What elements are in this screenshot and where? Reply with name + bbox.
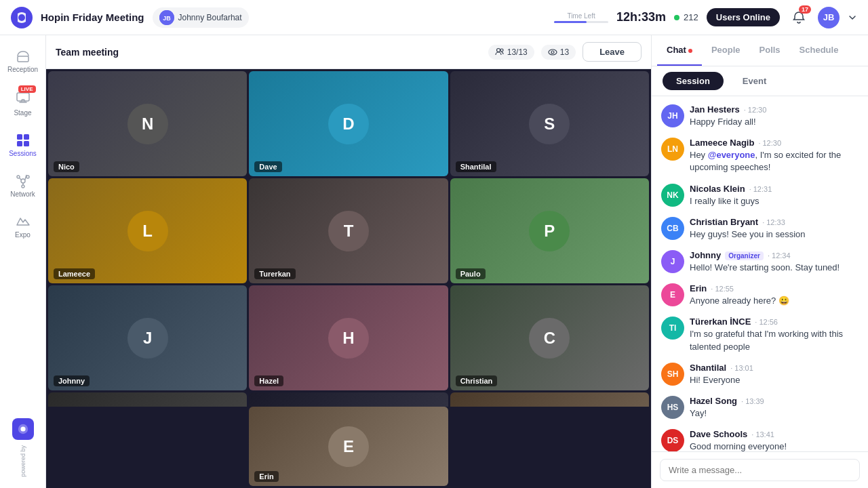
- msg-avatar-9: HS: [661, 396, 684, 419]
- chat-message-5: J JohnnyOrganizer· 12:34 Hello! We're st…: [661, 250, 859, 274]
- chat-message-1: JH Jan Hesters· 12:30 Happy Friday all!: [661, 104, 859, 128]
- sessions-icon: [16, 133, 31, 148]
- msg-avatar-2: LN: [661, 138, 684, 161]
- participant-label-johnny: Johnny: [54, 375, 90, 386]
- msg-content-4: Christian Bryant· 12:33 Hey guys! See yo…: [690, 217, 859, 241]
- viewers-count: 13: [560, 47, 569, 57]
- time-label: Time Left: [567, 12, 595, 20]
- users-online-button[interactable]: Users Online: [707, 8, 780, 26]
- participant-label-dave: Dave: [254, 161, 281, 172]
- user-avatar: JB: [818, 7, 840, 28]
- chat-input-area: [652, 451, 868, 488]
- participant-label-paulo: Paulo: [456, 268, 486, 279]
- reception-label: Reception: [7, 66, 38, 73]
- participant-label-lameece: Lameece: [54, 268, 95, 279]
- topbar: Hopin Friday Meeting JB Johnny Boufarhat…: [0, 0, 868, 35]
- leave-button[interactable]: Leave: [583, 42, 642, 62]
- video-area: Team meeting 13/13 13 Leave N Nico D Dav…: [46, 35, 651, 488]
- svg-rect-8: [17, 141, 22, 146]
- participants-badge: 13/13: [488, 45, 534, 60]
- tab-chat[interactable]: Chat: [657, 35, 702, 66]
- participant-label-hazel: Hazel: [254, 375, 283, 386]
- participant-label-turerkan: Turerkan: [254, 268, 295, 279]
- msg-content-1: Jan Hesters· 12:30 Happy Friday all!: [690, 104, 859, 128]
- svg-point-15: [20, 427, 25, 432]
- video-cell-shantilal: S Shantilal: [450, 71, 649, 176]
- msg-avatar-5: J: [661, 250, 684, 273]
- svg-point-16: [496, 48, 500, 52]
- participant-label-erin: Erin: [254, 471, 278, 482]
- main-content: Reception LIVE Stage Sessions Network Ex…: [0, 35, 868, 488]
- chat-message-7: TI Türerkan İNCE· 12:56 I'm so grateful …: [661, 317, 859, 352]
- tab-polls[interactable]: Polls: [750, 35, 790, 66]
- chevron-down-icon[interactable]: [848, 13, 857, 22]
- tab-event[interactable]: Event: [729, 72, 780, 90]
- svg-point-1: [18, 14, 25, 21]
- svg-point-17: [500, 49, 503, 52]
- msg-content-8: Shantilal· 13:01 Hi! Everyone: [690, 363, 859, 386]
- sidebar-item-network[interactable]: Network: [3, 167, 43, 205]
- msg-content-9: Hazel Song· 13:39 Yay!: [690, 396, 859, 420]
- host-name: Johnny Boufarhat: [178, 13, 242, 22]
- online-section: 212: [674, 12, 698, 22]
- stage-label: Stage: [14, 109, 31, 117]
- chat-message-2: LN Lameece Nagib· 12:30 Hey @everyone, I…: [661, 138, 859, 174]
- network-icon: [16, 174, 31, 188]
- chat-input[interactable]: [660, 459, 860, 481]
- hopin-logo-icon: [11, 7, 33, 28]
- sidebar-item-expo[interactable]: Expo: [3, 207, 43, 245]
- session-event-tabs: Session Event: [652, 66, 868, 96]
- msg-avatar-10: DS: [661, 429, 684, 451]
- video-cell-mathieu: M Mathieu: [48, 392, 247, 407]
- chat-messages: JH Jan Hesters· 12:30 Happy Friday all! …: [652, 96, 868, 451]
- participant-label-christian: Christian: [456, 375, 498, 386]
- sidebar-item-stage[interactable]: LIVE Stage: [3, 83, 43, 123]
- svg-rect-9: [24, 141, 29, 146]
- svg-point-11: [17, 176, 20, 178]
- team-meeting-label: Team meeting: [56, 47, 481, 58]
- msg-content-6: Erin· 12:55 Anyone already here? 😀: [690, 283, 859, 307]
- user-count: 212: [684, 12, 698, 22]
- live-badge: LIVE: [18, 85, 36, 93]
- meeting-title: Hopin Friday Meeting: [41, 12, 144, 23]
- chat-dot: [688, 49, 692, 53]
- svg-point-13: [22, 185, 24, 188]
- reception-icon: [16, 49, 31, 64]
- video-cell-turerkan: T Turerkan: [249, 178, 448, 283]
- sessions-label: Sessions: [9, 150, 37, 157]
- video-cell-erin: E Erin: [249, 407, 448, 486]
- msg-avatar-7: TI: [661, 317, 684, 340]
- online-dot-icon: [674, 15, 679, 20]
- video-cell-dave: D Dave: [249, 71, 448, 176]
- participant-label-shantilal: Shantilal: [456, 161, 496, 172]
- chat-message-6: E Erin· 12:55 Anyone already here? 😀: [661, 283, 859, 307]
- video-cell-paulo: P Paulo: [450, 178, 649, 283]
- msg-avatar-3: NK: [661, 184, 684, 207]
- msg-content-2: Lameece Nagib· 12:30 Hey @everyone, I'm …: [690, 138, 859, 174]
- tab-session[interactable]: Session: [663, 72, 724, 90]
- chat-message-9: HS Hazel Song· 13:39 Yay!: [661, 396, 859, 420]
- video-cell-matthew: M Matthew: [450, 392, 649, 407]
- sidebar-item-reception[interactable]: Reception: [3, 42, 43, 80]
- msg-content-3: Nicolas Klein· 12:31 I really like it gu…: [690, 184, 859, 207]
- expo-label: Expo: [15, 231, 31, 239]
- sidebar-item-sessions[interactable]: Sessions: [3, 126, 43, 164]
- sidebar-bottom: powered by: [12, 418, 34, 483]
- notification-button[interactable]: 17: [788, 7, 810, 28]
- video-grid: N Nico D Dave S Shantilal L Lameece T Tu…: [46, 69, 651, 407]
- participant-label-nico: Nico: [54, 161, 79, 172]
- viewers-badge: 13: [541, 45, 576, 60]
- svg-rect-6: [17, 134, 22, 140]
- svg-point-19: [551, 51, 554, 54]
- msg-avatar-8: SH: [661, 363, 684, 386]
- msg-content-10: Dave Schools· 13:41 Good morning everyon…: [690, 429, 859, 451]
- time-bar: [554, 21, 608, 23]
- svg-point-10: [21, 179, 25, 183]
- chat-panel: Chat People Polls Schedule Session Event…: [651, 35, 868, 488]
- video-cell-jan: J Jan: [249, 392, 448, 407]
- tab-people[interactable]: People: [702, 35, 750, 66]
- tab-schedule[interactable]: Schedule: [790, 35, 848, 66]
- time-section: Time Left: [554, 12, 608, 23]
- svg-rect-7: [24, 134, 29, 140]
- svg-point-18: [549, 49, 557, 55]
